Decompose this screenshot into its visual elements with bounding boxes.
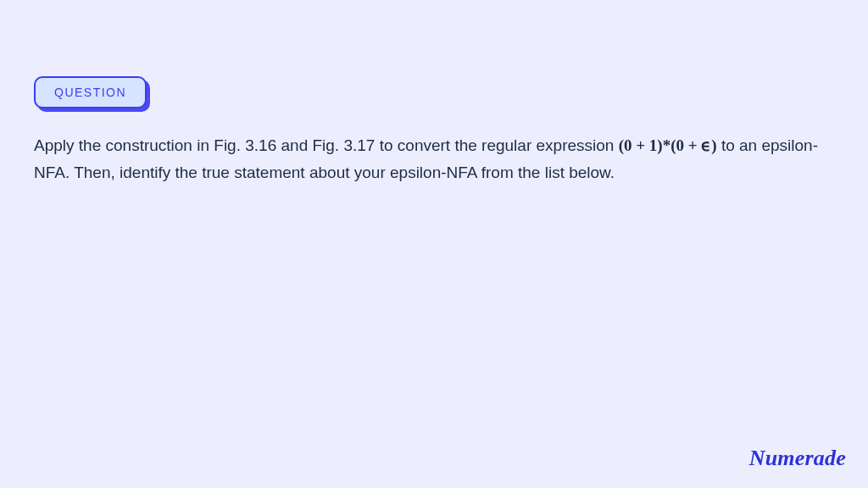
brand-logo: Numerade [749,446,846,471]
question-text: Apply the construction in Fig. 3.16 and … [34,132,834,187]
badge-label: QUESTION [34,76,147,108]
question-expression: (0 + 1)*(0 + ϵ) [619,136,717,154]
question-part1: Apply the construction in Fig. 3.16 and … [34,136,619,154]
main-content: QUESTION Apply the construction in Fig. … [0,0,868,187]
question-badge: QUESTION [34,76,147,108]
